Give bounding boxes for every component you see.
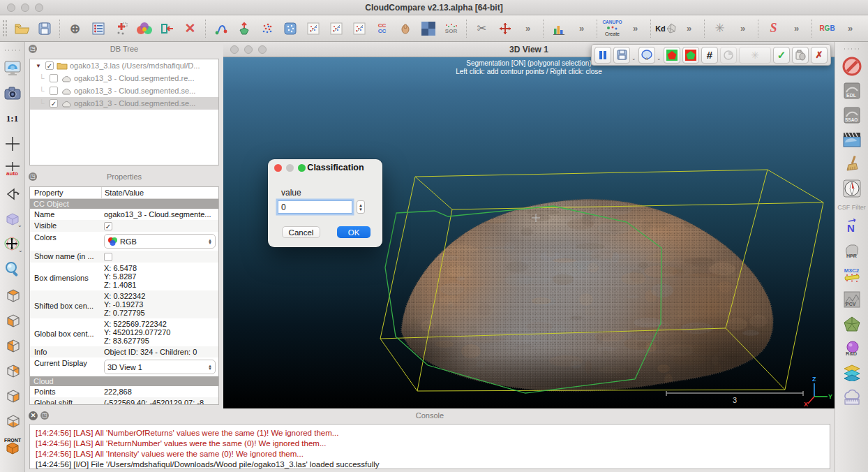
view-button-zoom-1-1[interactable]: 1:1 xyxy=(2,110,23,128)
plugin-button-clean-broom[interactable] xyxy=(841,155,862,173)
seg-button-cancel-segmentation[interactable]: ✗ xyxy=(811,47,828,64)
undock-icon[interactable]: ◳ xyxy=(29,45,37,53)
toolbar-button-pick-rotation-center[interactable]: ⊕ xyxy=(65,18,85,39)
plugin-button-edl-shader[interactable]: EDL xyxy=(841,82,862,100)
toolbar-button-color-clouds[interactable] xyxy=(134,18,154,39)
dropdown-arrow-icon[interactable]: ⌄ xyxy=(631,56,636,61)
toolbar-button-curvature-s[interactable]: S xyxy=(763,18,784,39)
view-button-pivot-auto[interactable]: auto xyxy=(2,160,23,178)
view-button-pan-mode[interactable]: ⌄ xyxy=(2,235,23,253)
tree-item[interactable]: ▼✓ogako13_3.las (/Users/mdshafiqul/D... xyxy=(30,59,218,72)
toolbar-drag-handle[interactable] xyxy=(843,47,861,51)
dialog-minimize-button[interactable] xyxy=(286,164,294,172)
toolbar-drag-handle[interactable] xyxy=(2,20,8,38)
plugin-button-m3c2[interactable]: M3C2 xyxy=(841,266,862,284)
plugin-button-pcv[interactable]: PCV xyxy=(841,290,862,309)
view-button-zoom-magnifier[interactable] xyxy=(2,260,23,279)
plugin-button-disable-filter[interactable] xyxy=(841,57,862,75)
toolbar-drag-handle[interactable] xyxy=(3,49,22,52)
toolbar-button-translate-rotate[interactable] xyxy=(495,18,515,39)
seg-button-save-segmentation[interactable] xyxy=(613,47,630,64)
seg-button-polygon-selection-mode[interactable] xyxy=(638,47,655,64)
toolbar-button-hand-point[interactable] xyxy=(395,18,415,39)
toolbar-button-scatter-statistics[interactable] xyxy=(349,18,369,39)
toolbar-button-octree-dots[interactable] xyxy=(257,18,277,39)
value-spinner[interactable]: ▲▼ xyxy=(357,200,365,214)
toolbar-button-overflow-chevrons[interactable]: » xyxy=(786,18,807,39)
undock-icon[interactable]: ◳ xyxy=(29,172,37,181)
property-checkbox[interactable]: ✓ xyxy=(104,222,112,230)
view-button-view-front[interactable] xyxy=(2,311,23,329)
toolbar-button-scatter-subsample[interactable] xyxy=(303,18,323,39)
toolbar-button-sor-filter[interactable]: SOR xyxy=(441,18,461,39)
dialog-close-button[interactable] xyxy=(274,164,282,172)
view-button-view-right[interactable] xyxy=(2,386,23,404)
plugin-button-animation-clapper[interactable] xyxy=(841,131,862,149)
toolbar-button-overflow-chevrons[interactable]: » xyxy=(625,18,645,39)
view-button-view-top[interactable] xyxy=(2,286,23,304)
undock-icon[interactable]: ◳ xyxy=(40,411,49,420)
toolbar-button-rgb-filter[interactable]: RGB xyxy=(817,18,837,39)
plugin-button-ssao-shader[interactable]: SSAO xyxy=(841,106,862,124)
visibility-checkbox[interactable] xyxy=(50,87,58,95)
close-console-button[interactable]: ✕ xyxy=(29,411,38,420)
toolbar-button-overflow-chevrons[interactable]: » xyxy=(571,18,592,39)
visibility-checkbox[interactable]: ✓ xyxy=(50,99,58,108)
plugin-button-layers-stack[interactable] xyxy=(841,364,862,382)
toolbar-button-plugins-gear[interactable]: ✳ xyxy=(710,18,730,39)
toolbar-button-save[interactable] xyxy=(34,18,54,39)
visibility-checkbox[interactable]: ✓ xyxy=(45,61,54,70)
toolbar-button-delete[interactable]: ✕ xyxy=(180,18,200,39)
plugin-button-cloud-ruler[interactable] xyxy=(841,388,862,406)
view-button-view-front-labeled[interactable]: FRONT xyxy=(2,436,23,455)
tree-item[interactable]: └ogako13_3 - Cloud.segmented.re... xyxy=(30,72,218,84)
seg-button-segment-out[interactable] xyxy=(682,47,699,64)
view-button-bubble-view-cube[interactable]: ⌄ xyxy=(2,210,23,228)
property-checkbox[interactable] xyxy=(104,253,112,261)
toolbar-button-overflow-chevrons[interactable]: » xyxy=(733,18,753,39)
view-button-pivot-crosshair[interactable] xyxy=(2,135,23,153)
tree-item[interactable]: └✓ogako13_3 - Cloud.segmented.se... xyxy=(30,97,218,110)
value-input[interactable]: 0 xyxy=(278,200,352,214)
plugin-button-normals-n[interactable]: N xyxy=(841,217,862,235)
toolbar-button-crop-scissors[interactable]: ✂ xyxy=(472,18,492,39)
seg-button-pause-segmentation[interactable] xyxy=(594,47,611,64)
view-button-view-bottom[interactable] xyxy=(2,411,23,429)
toolbar-button-open-file[interactable] xyxy=(11,18,31,39)
plugin-button-rnd-sphere[interactable]: R&D xyxy=(841,339,862,357)
plugin-button-facets-pentagon[interactable] xyxy=(841,315,862,333)
cancel-button[interactable]: Cancel xyxy=(282,226,320,238)
toolbar-button-kd-tree[interactable]: Kd xyxy=(656,18,676,39)
toolbar-button-point-list-picking[interactable] xyxy=(111,18,131,39)
ok-button[interactable]: OK xyxy=(337,226,371,238)
toolbar-button-cloud-cloud-distance[interactable]: CCCC xyxy=(372,18,392,39)
plugin-button-hpr[interactable]: HPR xyxy=(841,242,862,260)
toolbar-button-rasterize[interactable] xyxy=(418,18,438,39)
view-button-rotate-view[interactable] xyxy=(2,185,23,203)
visibility-checkbox[interactable] xyxy=(50,74,58,82)
toolbar-button-histogram[interactable] xyxy=(548,18,569,39)
seg-button-classify-hash[interactable]: # xyxy=(701,47,718,64)
seg-button-confirm-segmentation[interactable]: ✓ xyxy=(773,47,790,64)
toolbar-button-trace-polyline[interactable] xyxy=(211,18,231,39)
colors-dropdown[interactable]: RGB▲▼ xyxy=(104,234,216,249)
view-button-view-left[interactable] xyxy=(2,336,23,354)
toolbar-button-overflow-chevrons[interactable]: » xyxy=(840,18,860,39)
toolbar-button-display-settings-list[interactable] xyxy=(88,18,108,39)
view-button-full-screen-display[interactable] xyxy=(2,59,23,78)
dropdown-arrow-icon[interactable]: ⌄ xyxy=(657,56,661,61)
toolbar-button-sample-points[interactable] xyxy=(280,18,300,39)
plugin-button-compass-orient[interactable] xyxy=(841,179,862,198)
current-display-dropdown[interactable]: 3D View 1▲▼ xyxy=(104,360,216,374)
view-button-view-back[interactable] xyxy=(2,361,23,379)
seg-button-segment-in[interactable] xyxy=(664,47,680,64)
view-button-screenshot-camera[interactable] xyxy=(2,84,23,103)
toolbar-button-apply-transformation[interactable] xyxy=(157,18,177,39)
toolbar-button-compute-normals[interactable] xyxy=(234,18,254,39)
toolbar-button-scatter-extract[interactable] xyxy=(326,18,346,39)
toolbar-button-canupo-create[interactable]: CANUPOCreate xyxy=(602,18,622,39)
toolbar-button-overflow-chevrons[interactable]: » xyxy=(679,18,699,39)
tree-item[interactable]: └ogako13_3 - Cloud.segmented.se... xyxy=(30,84,218,97)
seg-button-confirm-and-delete[interactable] xyxy=(792,47,809,64)
toolbar-button-overflow-chevrons[interactable]: » xyxy=(518,18,538,39)
